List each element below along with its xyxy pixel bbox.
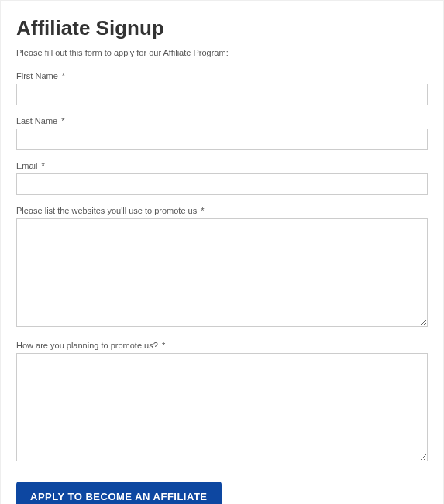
plan-input[interactable] bbox=[16, 353, 428, 461]
plan-label-text: How are you planning to promote us? bbox=[16, 341, 158, 350]
required-mark: * bbox=[42, 161, 45, 170]
last-name-field: Last Name * bbox=[16, 116, 428, 150]
required-mark: * bbox=[61, 116, 64, 125]
last-name-label: Last Name * bbox=[16, 116, 428, 125]
plan-label: How are you planning to promote us? * bbox=[16, 341, 428, 350]
required-mark: * bbox=[62, 71, 65, 81]
required-mark: * bbox=[201, 206, 204, 215]
email-label-text: Email bbox=[16, 161, 38, 170]
email-input[interactable] bbox=[16, 173, 428, 195]
first-name-label-text: First Name bbox=[16, 71, 58, 81]
page-title: Affiliate Signup bbox=[16, 16, 428, 40]
plan-field: How are you planning to promote us? * bbox=[16, 341, 428, 465]
websites-label: Please list the websites you'll use to p… bbox=[16, 206, 428, 215]
first-name-label: First Name * bbox=[16, 71, 428, 81]
email-label: Email * bbox=[16, 161, 428, 170]
apply-button[interactable]: APPLY TO BECOME AN AFFILIATE bbox=[16, 482, 222, 504]
first-name-field: First Name * bbox=[16, 71, 428, 105]
websites-field: Please list the websites you'll use to p… bbox=[16, 206, 428, 330]
websites-input[interactable] bbox=[16, 218, 428, 327]
websites-label-text: Please list the websites you'll use to p… bbox=[16, 206, 197, 215]
email-field: Email * bbox=[16, 161, 428, 195]
required-mark: * bbox=[162, 341, 165, 350]
form-instructions: Please fill out this form to apply for o… bbox=[16, 48, 428, 57]
last-name-input[interactable] bbox=[16, 129, 428, 150]
first-name-input[interactable] bbox=[16, 84, 428, 105]
last-name-label-text: Last Name bbox=[16, 116, 57, 125]
